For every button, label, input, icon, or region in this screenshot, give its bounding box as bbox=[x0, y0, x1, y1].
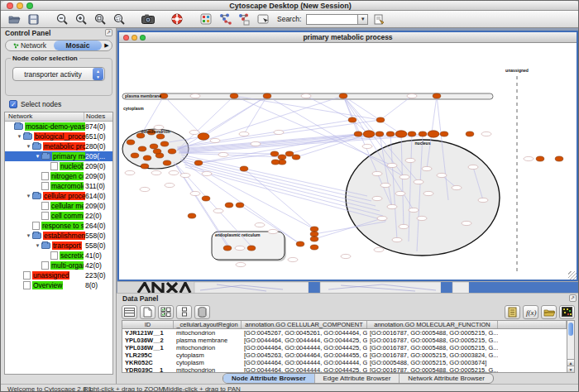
orange-node[interactable] bbox=[536, 156, 544, 161]
white-node[interactable] bbox=[462, 221, 471, 225]
orange-node[interactable] bbox=[376, 117, 385, 122]
white-node[interactable] bbox=[400, 174, 409, 179]
help-icon[interactable] bbox=[169, 12, 185, 26]
tab-network[interactable]: Network bbox=[6, 41, 54, 50]
white-node[interactable] bbox=[372, 196, 382, 200]
orange-node[interactable] bbox=[138, 146, 146, 151]
white-node[interactable] bbox=[374, 247, 384, 251]
white-node[interactable] bbox=[524, 156, 534, 160]
white-node[interactable] bbox=[301, 93, 311, 98]
orange-node[interactable] bbox=[310, 237, 318, 241]
attribute-checklist-icon[interactable] bbox=[158, 305, 174, 319]
tree-row[interactable]: cellular metabol209(0) bbox=[5, 201, 112, 211]
tree-row[interactable]: Overview8(0) bbox=[5, 280, 112, 290]
orange-node[interactable] bbox=[225, 203, 233, 208]
table-row[interactable]: YPL036W__1mitochondrion[GO:0044464, GO:0… bbox=[122, 344, 567, 351]
white-node[interactable] bbox=[409, 208, 419, 212]
select-attributes-icon[interactable] bbox=[122, 305, 137, 319]
orange-node[interactable] bbox=[310, 232, 318, 237]
orange-node[interactable] bbox=[292, 155, 300, 160]
search-dropdown-arrow-icon[interactable]: ▼ bbox=[357, 14, 368, 25]
orange-node[interactable] bbox=[188, 213, 196, 218]
float-panel-icon[interactable]: ↗ bbox=[105, 29, 112, 36]
orange-node[interactable] bbox=[428, 131, 439, 137]
tree-row[interactable]: multi-organism pro42(0) bbox=[5, 261, 112, 270]
white-node[interactable] bbox=[218, 152, 228, 156]
white-node[interactable] bbox=[213, 208, 223, 213]
orange-node[interactable] bbox=[202, 196, 210, 201]
session-note-icon[interactable] bbox=[371, 12, 387, 26]
node-color-dropdown[interactable]: transporter activity ▲▼ bbox=[12, 67, 105, 81]
white-node[interactable] bbox=[190, 191, 200, 195]
vizmapper-icon[interactable] bbox=[198, 12, 214, 26]
resize-grip[interactable] bbox=[568, 271, 577, 280]
matrix-icon[interactable] bbox=[559, 305, 575, 319]
orange-node[interactable] bbox=[395, 131, 407, 137]
orange-node[interactable] bbox=[136, 133, 145, 138]
tree-row[interactable]: nitrogen compo209(0) bbox=[5, 171, 112, 181]
white-node[interactable] bbox=[405, 158, 415, 162]
orange-node[interactable] bbox=[236, 203, 244, 208]
white-node[interactable] bbox=[239, 131, 249, 136]
tab-edge-attribute-browser[interactable]: Edge Attribute Browser bbox=[315, 374, 400, 383]
white-node[interactable] bbox=[180, 173, 190, 177]
tree-row[interactable]: macromolecule311(0) bbox=[5, 181, 112, 191]
white-node[interactable] bbox=[189, 130, 199, 134]
expander-icon[interactable]: ▼ bbox=[25, 141, 32, 151]
orange-node[interactable] bbox=[223, 246, 232, 251]
orange-node[interactable] bbox=[363, 131, 375, 137]
white-node[interactable] bbox=[125, 170, 135, 174]
orange-node[interactable] bbox=[271, 160, 280, 165]
white-node[interactable] bbox=[414, 179, 423, 184]
orange-node[interactable] bbox=[150, 144, 158, 149]
orange-node[interactable] bbox=[230, 93, 238, 98]
white-node[interactable] bbox=[169, 170, 179, 174]
white-node[interactable] bbox=[251, 141, 261, 146]
white-node[interactable] bbox=[387, 163, 397, 167]
tree-row[interactable]: mosaic-demo-yeast874(0) bbox=[5, 122, 112, 131]
orange-node[interactable] bbox=[198, 133, 209, 140]
white-node[interactable] bbox=[236, 262, 246, 266]
table-scrollbar[interactable]: ▲ ▼ bbox=[567, 320, 575, 373]
orange-node[interactable] bbox=[163, 160, 171, 165]
white-node[interactable] bbox=[423, 191, 433, 195]
annotation-icon[interactable] bbox=[255, 12, 271, 26]
white-node[interactable] bbox=[372, 171, 382, 175]
orange-node[interactable] bbox=[285, 151, 294, 156]
tree-row[interactable]: ▼metabolic process280(0) bbox=[5, 141, 112, 151]
compartment-nucleus[interactable] bbox=[346, 140, 500, 256]
white-node[interactable] bbox=[140, 187, 150, 191]
network-overlay-a-icon[interactable] bbox=[217, 12, 233, 26]
white-node[interactable] bbox=[478, 198, 488, 202]
orange-node[interactable] bbox=[270, 151, 279, 156]
tab-node-attribute-browser[interactable]: Node Attribute Browser bbox=[223, 374, 315, 383]
table-scrollbar-thumb[interactable] bbox=[568, 323, 573, 336]
orange-node[interactable] bbox=[310, 245, 318, 250]
orange-node[interactable] bbox=[278, 155, 286, 160]
network-view-titlebar[interactable]: primary metabolic process bbox=[119, 32, 577, 43]
new-attribute-icon[interactable] bbox=[140, 305, 156, 319]
white-node[interactable] bbox=[202, 171, 212, 175]
expander-icon[interactable]: ▼ bbox=[25, 191, 32, 201]
orange-node[interactable] bbox=[263, 93, 271, 98]
tab-mosaic[interactable]: Mosaic bbox=[54, 41, 102, 50]
table-row[interactable]: YJR121W__1mitochondrion[GO:0045267, GO:0… bbox=[122, 329, 567, 337]
orange-node[interactable] bbox=[141, 164, 149, 169]
select-nodes-checkbox[interactable]: ✓ bbox=[9, 100, 17, 108]
orange-node[interactable] bbox=[310, 227, 318, 232]
orange-node[interactable] bbox=[160, 141, 169, 146]
orange-node[interactable] bbox=[408, 131, 416, 136]
search-input[interactable] bbox=[306, 14, 357, 25]
scroll-down-icon[interactable]: ▼ bbox=[567, 366, 574, 372]
white-node[interactable] bbox=[165, 183, 175, 187]
column-header[interactable]: _cellularLayoutRegion bbox=[174, 321, 242, 328]
orange-node[interactable] bbox=[339, 93, 347, 98]
expander-icon[interactable]: ▼ bbox=[16, 131, 23, 141]
white-node[interactable] bbox=[210, 138, 220, 142]
orange-node[interactable] bbox=[156, 134, 165, 139]
white-node[interactable] bbox=[190, 93, 200, 98]
save-icon[interactable] bbox=[25, 12, 41, 26]
tree-row[interactable]: ▼primary metabo209(... bbox=[5, 151, 112, 161]
orange-node[interactable] bbox=[555, 156, 563, 161]
orange-node[interactable] bbox=[143, 155, 151, 160]
